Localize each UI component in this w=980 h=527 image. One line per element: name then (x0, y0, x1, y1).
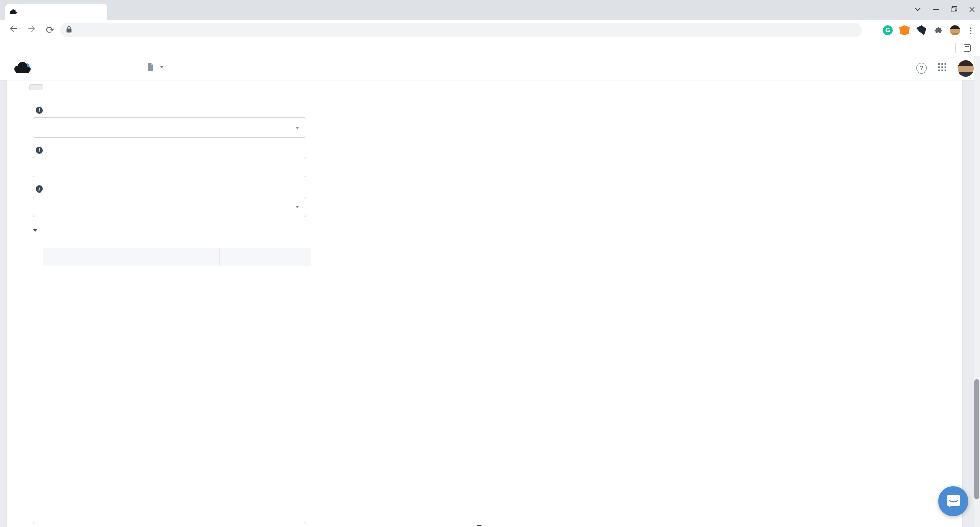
page-scrollbar-track[interactable] (974, 56, 980, 527)
page-background: i i i (0, 80, 980, 527)
ground-elevation-chart (322, 123, 944, 329)
help-button[interactable]: ? (916, 63, 927, 74)
chevron-down-icon (295, 206, 299, 208)
tab-terrain-data[interactable] (29, 84, 43, 90)
info-icon[interactable]: i (36, 107, 43, 114)
file-icon (147, 63, 154, 71)
forward-button[interactable] (26, 24, 38, 36)
lee-multiplier-input[interactable] (33, 157, 306, 177)
wind-source-direction-label: i (33, 107, 43, 114)
metamask-extension-icon[interactable] (899, 25, 910, 35)
terrain-category-select[interactable] (33, 197, 306, 217)
edit-upwind-foot-button[interactable] (902, 104, 923, 117)
reading-list-button[interactable] (964, 44, 974, 52)
column-header-value (220, 248, 311, 266)
browser-tab[interactable] (5, 4, 107, 20)
skyciv-cloud-icon (13, 61, 32, 74)
skyciv-favicon-icon (9, 8, 17, 17)
grammarly-extension-icon[interactable]: G (883, 25, 893, 35)
apps-grid-button[interactable] (938, 63, 946, 74)
skyciv-logo[interactable] (13, 61, 34, 74)
terrain-category-label: i (33, 185, 43, 193)
window-restore-button[interactable] (951, 6, 957, 12)
reading-list-icon (964, 44, 971, 52)
user-avatar[interactable] (958, 60, 974, 77)
edit-icon (908, 107, 914, 114)
column-header-parameter (43, 248, 220, 266)
lock-icon[interactable] (66, 26, 72, 35)
wind-source-direction-select[interactable] (33, 117, 306, 138)
info-icon[interactable]: i (36, 147, 43, 154)
app-header: ? (0, 56, 980, 80)
content-card: i i i (7, 80, 962, 527)
bookmarks-divider (955, 43, 956, 53)
terrain-data-section-toggle[interactable] (33, 229, 42, 232)
info-icon[interactable]: i (36, 185, 43, 193)
figure-fragment: – (477, 520, 487, 527)
file-menu-caret-icon (160, 66, 164, 68)
bookmarks-bar (0, 40, 980, 56)
intercom-chat-button[interactable] (938, 486, 968, 516)
extensions-puzzle-icon[interactable] (933, 25, 943, 35)
type-of-terrain-select[interactable] (33, 522, 306, 527)
chrome-menu-icon[interactable]: ⋮ (967, 26, 975, 35)
edit-peak-button[interactable] (880, 104, 901, 117)
browser-tab-strip (0, 0, 980, 20)
back-button[interactable] (7, 24, 19, 36)
page-scrollbar-thumb[interactable] (974, 379, 979, 499)
chat-bubble-icon (946, 495, 961, 508)
file-menu[interactable] (147, 63, 164, 71)
chevron-down-icon (295, 127, 299, 129)
reload-button[interactable]: ⟳ (44, 24, 56, 36)
window-minimize-button[interactable] (933, 7, 939, 12)
address-bar[interactable] (60, 23, 862, 37)
wolf-extension-icon[interactable] (916, 25, 926, 35)
edit-icon (886, 107, 893, 114)
window-close-button[interactable] (969, 7, 975, 12)
terrain-parameters-table (43, 248, 311, 266)
lee-multiplier-label: i (33, 147, 43, 154)
chrome-profile-avatar[interactable] (950, 25, 960, 35)
new-tab-button[interactable] (113, 5, 127, 18)
tab-search-chevron-icon[interactable] (915, 7, 921, 11)
collapse-triangle-icon (33, 229, 38, 232)
